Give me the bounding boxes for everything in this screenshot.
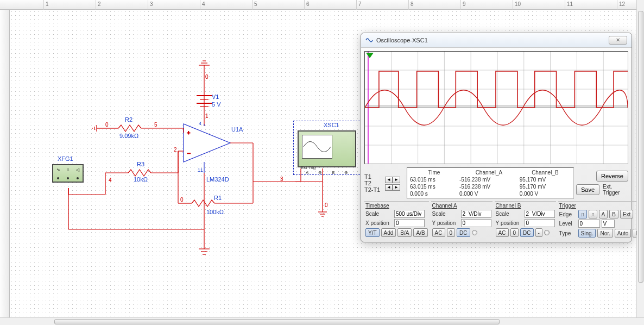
cursor-arrows: ◄► ◄► — [385, 176, 405, 191]
ext-trigger-label: Ext. Trigger — [603, 184, 628, 196]
trigger-level-unit[interactable] — [602, 220, 615, 228]
cha-ypos-input[interactable] — [461, 219, 491, 227]
ba-button[interactable]: B/A — [397, 228, 412, 237]
trig-nor-button[interactable]: Nor. — [597, 229, 613, 238]
add-button[interactable]: Add — [381, 228, 396, 237]
timebase-xpos-input[interactable] — [394, 219, 425, 227]
svg-text:−: − — [187, 149, 191, 157]
trigger-panel: Trigger Edge ⎍ ⎍ A B Ext Level Type Sing… — [558, 201, 644, 239]
xfg1-component[interactable]: ∿⎍◁ — [52, 164, 84, 183]
scrollbar-horizontal[interactable] — [0, 317, 644, 325]
ruler-horizontal: 1 2 3 4 5 6 7 8 9 10 11 12 — [0, 0, 636, 10]
r2-name: R2 — [125, 116, 132, 123]
xsc1-label: XSC1 — [324, 122, 339, 128]
cursor-readout-table: Time Channel_A Channel_B 63.015 ms-516.2… — [407, 167, 574, 199]
scrollbar-v-thumb[interactable] — [638, 11, 643, 283]
chb-minus-button[interactable]: - — [535, 228, 542, 237]
channel-a-panel: Channel A Scale Y position AC 0 DC — [431, 201, 493, 239]
edge-a-button[interactable]: A — [599, 210, 608, 218]
cha-dc-button[interactable]: DC — [457, 228, 470, 237]
timebase-scale-input[interactable] — [394, 210, 425, 218]
edge-falling-button[interactable]: ⎍ — [589, 210, 597, 218]
xsc1-pin-b: B — [332, 170, 334, 175]
r2-value: 9.09kΩ — [119, 133, 138, 139]
chb-dc-button[interactable]: DC — [520, 228, 533, 237]
t2-right-button[interactable]: ► — [393, 184, 400, 191]
cha-ac-button[interactable]: AC — [432, 228, 445, 237]
oscilloscope-titlebar[interactable]: Oscilloscope-XSC1 ✕ — [361, 33, 632, 48]
xsc1-ext-trig-label: Ext Trig — [301, 165, 320, 170]
oscilloscope-icon — [365, 36, 373, 44]
oscilloscope-window[interactable]: Oscilloscope-XSC1 ✕ — [361, 33, 632, 242]
channel-b-panel: Channel B Scale Y position AC 0 DC - — [495, 201, 556, 239]
edge-rising-button[interactable]: ⎍ — [578, 210, 587, 218]
r3-name: R3 — [137, 161, 144, 167]
chb-zero-button[interactable]: 0 — [510, 228, 519, 237]
chb-probe-dot[interactable] — [544, 230, 550, 235]
chb-scale-input[interactable] — [525, 210, 555, 218]
yt-button[interactable]: Y/T — [365, 228, 380, 237]
scrollbar-vertical[interactable] — [636, 0, 644, 317]
r1-value: 100kΩ — [206, 209, 224, 215]
u1a-name: U1A — [231, 126, 243, 133]
trigger-level-input[interactable] — [578, 220, 600, 228]
cha-probe-dot[interactable] — [472, 230, 477, 235]
t1-left-button[interactable]: ◄ — [385, 177, 393, 183]
ruler-vertical — [0, 10, 10, 317]
xsc1-component[interactable]: Ext Trig A ⊕ B ⊕ — [298, 130, 356, 167]
svg-marker-68 — [366, 53, 374, 58]
oscilloscope-display[interactable] — [364, 51, 628, 164]
v1-value: 5 V — [212, 101, 221, 108]
save-button[interactable]: Save — [576, 184, 599, 195]
svg-text:+: + — [187, 129, 190, 136]
xfg1-label: XFG1 — [58, 155, 73, 162]
edge-ext-button[interactable]: Ext — [620, 210, 633, 218]
chb-ac-button[interactable]: AC — [496, 228, 509, 237]
reverse-button[interactable]: Reverse — [596, 171, 628, 182]
cha-zero-button[interactable]: 0 — [447, 228, 456, 237]
u1a-part: LM324D — [206, 176, 229, 183]
timebase-panel: Timebase Scale X position Y/T Add B/A A/… — [364, 201, 429, 239]
t1-right-button[interactable]: ► — [393, 177, 400, 183]
scrollbar-h-thumb[interactable] — [54, 319, 500, 324]
trig-auto-button[interactable]: Auto — [615, 229, 632, 238]
chb-ypos-input[interactable] — [525, 219, 555, 227]
edge-b-button[interactable]: B — [609, 210, 618, 218]
r3-value: 10kΩ — [134, 176, 148, 183]
ab-button[interactable]: A/B — [413, 228, 427, 237]
xsc1-pin-a: A — [306, 170, 308, 175]
workspace: 1 2 3 4 5 6 7 8 9 10 11 12 — [0, 0, 644, 325]
xsc1-screen-icon — [302, 135, 332, 159]
cha-scale-input[interactable] — [461, 210, 491, 218]
cursor-labels: T1 T2 T2-T1 — [364, 173, 383, 193]
t2-left-button[interactable]: ◄ — [385, 184, 393, 191]
trig-sing-button[interactable]: Sing. — [578, 229, 596, 238]
v1-name: V1 — [212, 93, 219, 100]
r1-name: R1 — [214, 195, 222, 201]
oscilloscope-title: Oscilloscope-XSC1 — [376, 37, 609, 43]
close-button[interactable]: ✕ — [609, 36, 627, 45]
